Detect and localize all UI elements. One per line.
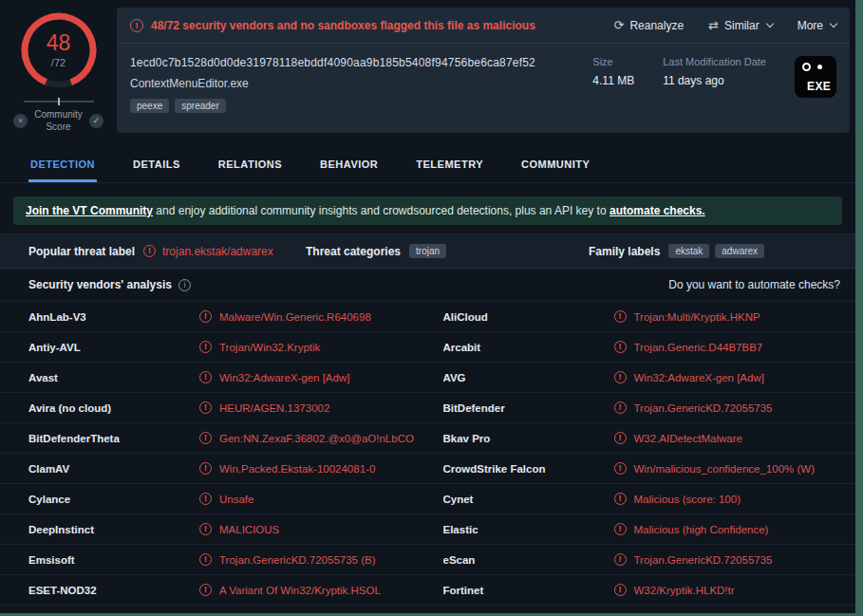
tab-behavior[interactable]: BEHAVIOR [318, 150, 380, 182]
file-header-panel: ! 48/72 security vendors and no sandboxe… [117, 8, 850, 133]
threat-category-badge[interactable]: trojan [409, 244, 446, 258]
vendor-cell: Elastic!Malicious (high Confidence) [428, 514, 856, 544]
file-hash[interactable]: 1ecd0c7b1528d0d0de31978118ebddf4090aa9b1… [130, 56, 564, 69]
vendor-cell: Emsisoft!Trojan.GenericKD.72055735 (B) [0, 545, 428, 574]
detection-result-text: W32.AIDetectMalware [634, 433, 742, 444]
upvote-icon[interactable]: ✓ [89, 114, 103, 128]
vendor-cell: ClamAV!Win.Packed.Ekstak-10024081-0 [0, 454, 428, 483]
vendor-name: Elastic [443, 524, 614, 535]
vendor-cell: Cylance!Unsafe [0, 484, 428, 513]
alert-text: 48/72 security vendors and no sandboxes … [151, 19, 535, 32]
threat-category-badges: trojan [409, 244, 446, 258]
detection-result: !Trojan/Win32.Kryptik [199, 341, 320, 353]
malicious-icon: ! [614, 401, 627, 414]
virustotal-page: 48 /72 × Community Score ✓ [0, 0, 855, 613]
automate-checks-prompt[interactable]: Do you want to automate checks? [668, 278, 840, 291]
tab-relations[interactable]: RELATIONS [216, 150, 284, 182]
vendor-cell: Avast!Win32:AdwareX-gen [Adw] [0, 363, 428, 392]
community-score-slider[interactable] [24, 101, 94, 103]
detection-result-text: Trojan/Win32.Kryptik [219, 342, 320, 353]
detection-result-text: Trojan.GenericKD.72055735 [634, 554, 773, 566]
detection-result: !Malicious (score: 100) [614, 493, 741, 505]
detection-score-gauge: 48 /72 [16, 8, 102, 93]
table-row: DeepInstinct!MALICIOUSElastic!Malicious … [0, 513, 855, 544]
automate-checks-link[interactable]: automate checks. [610, 204, 705, 217]
vendors-table: AhnLab-V3!Malware/Win.Generic.R640698Ali… [0, 301, 855, 613]
file-tags: peexespreader [130, 99, 564, 113]
tab-details[interactable]: DETAILS [131, 150, 182, 182]
table-row: Cylance!UnsafeCynet!Malicious (score: 10… [0, 483, 855, 513]
vendor-cell: BitDefender!Trojan.GenericKD.72055735 [428, 393, 856, 422]
more-button[interactable]: More [797, 19, 836, 32]
last-modification: Last Modification Date 11 days ago [663, 56, 766, 87]
vendor-cell: Antiy-AVL!Trojan/Win32.Kryptik [0, 332, 428, 362]
downvote-icon[interactable]: × [13, 114, 28, 128]
scrollbar-track[interactable] [855, 0, 863, 616]
family-label-badge[interactable]: ekstak [668, 244, 709, 258]
table-row: Avira (no cloud)!HEUR/AGEN.1373002BitDef… [0, 392, 855, 422]
detection-result: !HEUR/AGEN.1373002 [199, 401, 329, 414]
similar-button[interactable]: ⇄ Similar [708, 18, 773, 32]
filetype-dot [817, 65, 822, 69]
table-row: Emsisoft!Trojan.GenericKD.72055735 (B)eS… [0, 544, 855, 574]
malicious-icon: ! [199, 523, 212, 535]
alert-row: ! 48/72 security vendors and no sandboxe… [117, 8, 850, 44]
family-label-badge[interactable]: adwarex [715, 244, 764, 258]
info-icon[interactable]: i [178, 279, 191, 291]
table-row: Antiy-AVL!Trojan/Win32.KryptikArcabit!Tr… [0, 331, 855, 362]
malicious-icon: ! [143, 245, 156, 257]
detection-result: !Win/malicious_confidence_100% (W) [614, 462, 815, 475]
tab-community[interactable]: COMMUNITY [519, 150, 591, 182]
detection-result: !W32.AIDetectMalware [614, 432, 742, 444]
vendor-name: eScan [443, 554, 614, 566]
vendor-cell: Cynet!Malicious (score: 100) [428, 484, 856, 513]
vendor-cell: AliCloud!Trojan:Multi/Kryptik.HKNP [428, 302, 856, 331]
malicious-icon: ! [614, 341, 627, 353]
detection-result: !Trojan.GenericKD.72055735 [614, 553, 773, 566]
vendor-name: Bkav Pro [443, 433, 614, 444]
chevron-down-icon [765, 20, 773, 28]
malicious-alert-icon: ! [130, 19, 143, 32]
detection-result-text: MALICIOUS [219, 524, 279, 535]
reanalyze-button[interactable]: ⟳ Reanalyze [613, 18, 684, 32]
threat-summary-row: Popular threat label ! trojan.ekstak/adw… [0, 233, 855, 269]
family-labels-label: Family labels [589, 245, 660, 258]
vendor-name: CrowdStrike Falcon [443, 463, 614, 475]
detection-result-text: Malware/Win.Generic.R640698 [219, 311, 371, 323]
popular-threat-value[interactable]: ! trojan.ekstak/adwarex [143, 245, 273, 258]
tab-telemetry[interactable]: TELEMETRY [414, 150, 485, 182]
malicious-icon: ! [614, 584, 627, 596]
score-gauge-column: 48 /72 × Community Score ✓ [0, 8, 117, 133]
threat-categories-label: Threat categories [306, 245, 401, 258]
reanalyze-icon: ⟳ [613, 18, 624, 32]
file-tag-badge[interactable]: peexe [130, 99, 169, 113]
gauge-score-text: 48 /72 [16, 8, 102, 93]
detection-result-text: HEUR/AGEN.1373002 [219, 402, 329, 414]
vendor-cell: Arcabit!Trojan.Generic.D44B7BB7 [428, 332, 856, 362]
malicious-icon: ! [614, 493, 627, 505]
vendor-name: Fortinet [443, 585, 614, 596]
detection-result: !A Variant Of Win32/Kryptik.HSOL [199, 584, 381, 596]
filetype-dot-ring [802, 63, 811, 71]
file-tag-badge[interactable]: spreader [175, 99, 225, 113]
malicious-icon: ! [199, 432, 212, 444]
tab-detection[interactable]: DETECTION [28, 150, 97, 182]
malicious-icon: ! [199, 462, 212, 475]
detection-result-text: Malicious (score: 100) [634, 494, 741, 505]
filetype-exe-icon: EXE [795, 56, 836, 98]
detection-result-text: Win32:AdwareX-gen [Adw] [219, 372, 349, 383]
detection-result-text: Unsafe [219, 494, 253, 505]
malicious-icon: ! [199, 584, 212, 596]
join-vt-community-link[interactable]: Join the VT Community [26, 204, 153, 217]
size-label: Size [592, 56, 634, 67]
vendor-cell: eScan!Trojan.GenericKD.72055735 [428, 545, 856, 574]
top-area: 48 /72 × Community Score ✓ [0, 0, 855, 133]
malicious-icon: ! [199, 553, 212, 566]
vendor-cell: ESET-NOD32!A Variant Of Win32/Kryptik.HS… [0, 575, 428, 605]
detection-result: !Trojan.GenericKD.72055735 [614, 401, 773, 414]
detection-result-text: Win32:AdwareX-gen [Adw] [634, 372, 764, 383]
malicious-icon: ! [199, 341, 212, 353]
malicious-icon: ! [199, 401, 212, 414]
detection-result: !Unsafe [199, 493, 253, 505]
similar-icon: ⇄ [708, 18, 719, 32]
